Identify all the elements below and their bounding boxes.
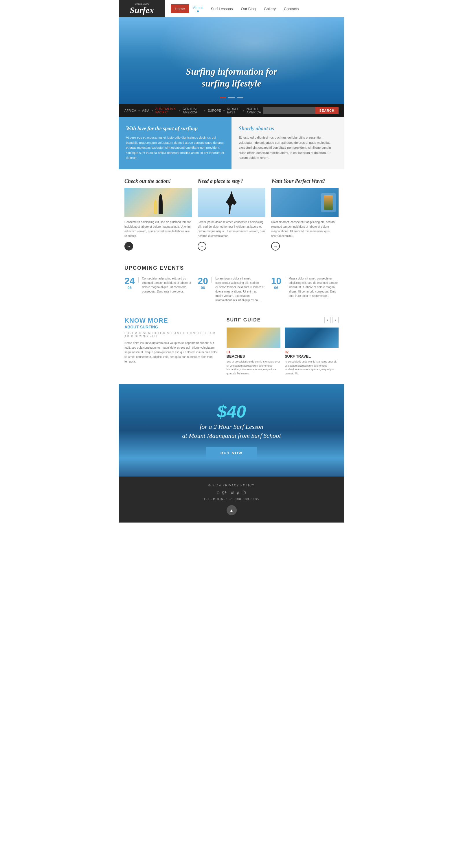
event-2-date: 20 06 [198, 276, 208, 302]
region-australia[interactable]: AUSTRALIA & PACIFIC [155, 107, 177, 114]
region-europe[interactable]: EUROPE [208, 109, 221, 112]
footer-linkedin-icon[interactable]: in [243, 490, 246, 495]
buy-now-button[interactable]: BUY NOW [206, 447, 257, 459]
know-more-subtitle: LOREM IPSUM DOLOR SIT AMET, CONSECTETUR … [124, 332, 218, 338]
nav-gallery[interactable]: Gallery [260, 4, 280, 13]
event-3: 10 06 | Massa dolor sit amet, consectetu… [271, 276, 339, 302]
guide-prev-btn[interactable]: ‹ [325, 317, 331, 323]
about-left-title: With love for the sport of surfing: [126, 126, 224, 132]
event-2-text: Lorem ipsum dolor sit amet, consectetur … [215, 276, 265, 302]
hero-section: Surfing information for surfing lifestyl… [119, 18, 344, 104]
footer: © 2014 PRIVACY POLICY 𝐟 g+ ⊞ 𝒑 in TELEPH… [119, 476, 344, 523]
guide-item-1: 01. BEACHES Sed ut perspiciatis unde omn… [226, 328, 280, 376]
region-africa[interactable]: AFRICA [124, 109, 136, 112]
event-1-text: Consectetur adipiscing elit, sed do eius… [142, 276, 192, 302]
footer-social: 𝐟 g+ ⊞ 𝒑 in [124, 490, 339, 495]
scroll-to-top-button[interactable]: ▲ [226, 505, 237, 515]
footer-google-icon[interactable]: g+ [222, 490, 227, 495]
feature-3: Want Your Perfect Wave? Dolor sit amet, … [271, 178, 339, 251]
event-3-text: Massa dolor sit amet, consectetur adipis… [288, 276, 339, 302]
hero-dots [220, 97, 243, 98]
event-3-date: 10 06 [271, 276, 282, 302]
search-button[interactable]: SEARCH [315, 107, 339, 114]
guide-item-2-text: At perspiciatis unde omnis iste natus er… [285, 360, 339, 376]
promo-text2: at Mount Maunganui from Surf School [124, 432, 339, 439]
surf-guide-header: SURF GUIDE ‹ › [226, 317, 339, 323]
guide-next-btn[interactable]: › [332, 317, 339, 323]
footer-telephone: TELEPHONE: +1 800 603 6035 [124, 498, 339, 501]
nav-home[interactable]: Home [171, 4, 189, 13]
about-right: Shortly about us Et iusto odio dignissim… [232, 117, 344, 169]
events-section: UPCOMING EVENTS 24 06 | Consectetur adip… [119, 259, 344, 308]
logo-text: Surfex [130, 5, 154, 15]
feature-2-text: Lorem ipsum dolor sit amet, consectetur … [198, 220, 265, 239]
nav-surf-lessons[interactable]: Surf Lessons [207, 4, 237, 13]
know-more-title1: KNOW MORE [124, 317, 218, 324]
about-right-text: Et iusto odio dignissimos ducimus qui bl… [239, 135, 337, 161]
logo-since: SINCE 2000 [134, 2, 149, 5]
region-middle-east[interactable]: MIDDLE EAST [227, 107, 241, 114]
region-north-america[interactable]: NORTH AMERICA [247, 107, 263, 114]
event-2-month: 06 [198, 286, 208, 290]
guide-item-2-title: SURF TRAVEL [285, 354, 339, 359]
region-asia[interactable]: ASIA [142, 109, 149, 112]
surfer-silhouette [224, 191, 239, 214]
hero-dot-1[interactable] [220, 97, 226, 98]
search-input[interactable] [263, 107, 315, 114]
nav-contacts[interactable]: Contacts [280, 4, 303, 13]
feature-1: Check out the action! Consectetur adipis… [124, 178, 192, 251]
know-more: KNOW MORE ABOUT SURFING LOREM IPSUM DOLO… [124, 317, 218, 376]
region-nav: AFRICA ● ASIA ● AUSTRALIA & PACIFIC ● CE… [124, 107, 263, 114]
search-bar: AFRICA ● ASIA ● AUSTRALIA & PACIFIC ● CE… [119, 104, 344, 117]
about-left: With love for the sport of surfing: At v… [119, 117, 232, 169]
guide-item-1-image [226, 328, 280, 348]
feature-3-arrow[interactable]: → [271, 242, 280, 251]
hero-title: Surfing information for surfing lifestyl… [186, 66, 277, 90]
search-form: SEARCH [263, 107, 339, 114]
feature-2-title: Need a place to stay? [198, 178, 265, 185]
event-1-month: 06 [124, 286, 135, 290]
guide-item-2-image [285, 328, 339, 348]
feature-3-image [271, 188, 339, 217]
about-left-text: At vero eos et accusamus et iusto odio d… [126, 135, 224, 161]
guide-item-1-text: Sed ut perspiciatis unde omnis iste natu… [226, 360, 280, 376]
region-central-america[interactable]: CENTRAL AMERICA [183, 107, 202, 114]
about-right-title: Shortly about us [239, 126, 337, 132]
feature-1-text: Consectetur adipisicing elit, sed do eiu… [124, 220, 192, 239]
feature-2-arrow[interactable]: → [198, 242, 206, 251]
footer-copyright: © 2014 PRIVACY POLICY [124, 484, 339, 487]
about-section: With love for the sport of surfing: At v… [119, 117, 344, 169]
feature-2: Need a place to stay? Lorem ipsum dolor … [198, 178, 265, 251]
promo-section: $40 for a 2 Hour Surf Lesson at Mount Ma… [119, 384, 344, 476]
footer-rss-icon[interactable]: ⊞ [230, 490, 234, 495]
guide-item-1-num: 01. [226, 350, 280, 354]
features-section: Check out the action! Consectetur adipis… [119, 169, 344, 259]
events-title: UPCOMING EVENTS [124, 265, 339, 271]
hero-dot-3[interactable] [237, 97, 243, 98]
hero-text: Surfing information for surfing lifestyl… [186, 66, 277, 104]
know-more-text: Nemo enim ipsum voluptatem quia voluptas… [124, 341, 218, 364]
footer-up: ▲ [124, 505, 339, 515]
nav-blog[interactable]: Our Blog [237, 4, 260, 13]
logo: SINCE 2000 Surfex [119, 0, 165, 18]
event-3-month: 06 [271, 286, 282, 290]
event-1: 24 06 | Consectetur adipiscing elit, sed… [124, 276, 192, 302]
event-2-day: 20 [198, 276, 208, 286]
feature-1-arrow[interactable]: → [124, 242, 133, 251]
events-grid: 24 06 | Consectetur adipiscing elit, sed… [124, 276, 339, 302]
feature-2-image [198, 188, 265, 217]
feature-1-title: Check out the action! [124, 178, 192, 185]
feature-3-text: Dolor sit amet, consectetur adipisicing … [271, 220, 339, 239]
event-3-day: 10 [271, 276, 282, 286]
guide-item-2-num: 02. [285, 350, 339, 354]
guide-items: 01. BEACHES Sed ut perspiciatis unde omn… [226, 328, 339, 376]
footer-facebook-icon[interactable]: 𝐟 [217, 490, 219, 495]
know-more-title2: ABOUT SURFING [124, 324, 218, 329]
surf-guide-title: SURF GUIDE [226, 317, 261, 322]
footer-pinterest-icon[interactable]: 𝒑 [237, 490, 239, 495]
feature-3-title: Want Your Perfect Wave? [271, 178, 339, 185]
guide-item-2: 02. SURF TRAVEL At perspiciatis unde omn… [285, 328, 339, 376]
hero-dot-2[interactable] [228, 97, 235, 98]
promo-price: $40 [124, 402, 339, 422]
nav-about[interactable]: About [189, 3, 207, 14]
